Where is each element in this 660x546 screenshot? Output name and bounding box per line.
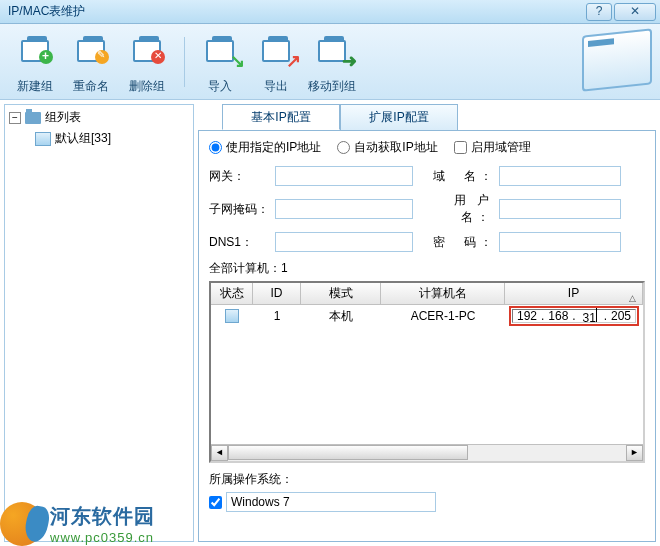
main-area: − 组列表 默认组[33] 基本IP配置 扩展IP配置 使用指定的IP地址 自动… <box>0 100 660 546</box>
col-mode[interactable]: 模式 <box>301 283 381 304</box>
delete-group-icon <box>129 40 165 76</box>
new-group-label: 新建组 <box>9 78 61 95</box>
domain-input[interactable] <box>499 166 621 186</box>
dns-label: DNS1： <box>209 234 275 251</box>
tree-collapse-icon[interactable]: − <box>9 112 21 124</box>
grid-header: 状态 ID 模式 计算机名 IP△ <box>211 283 643 305</box>
computer-icon <box>225 309 239 323</box>
scroll-track[interactable] <box>228 445 626 461</box>
export-label: 导出 <box>250 78 302 95</box>
toolbar-separator <box>184 37 185 87</box>
new-group-button[interactable]: 新建组 <box>8 29 62 95</box>
tab-extended-ip[interactable]: 扩展IP配置 <box>340 104 458 130</box>
decor-calendar-icon <box>582 28 652 91</box>
delete-group-label: 删除组 <box>121 78 173 95</box>
domain-label: 域 名： <box>433 168 493 185</box>
close-button[interactable]: ✕ <box>614 3 656 21</box>
os-label: 所属操作系统： <box>209 471 645 488</box>
grid-body[interactable]: 1 本机 ACER-1-PC 192. 168. 31. 205 <box>211 305 643 444</box>
radio-auto-obtain-input[interactable] <box>337 141 350 154</box>
table-row[interactable]: 1 本机 ACER-1-PC 192. 168. 31. 205 <box>211 305 643 327</box>
tab-bar: 基本IP配置 扩展IP配置 <box>222 104 656 130</box>
cell-computer-name: ACER-1-PC <box>381 309 505 323</box>
tab-panel-basic: 使用指定的IP地址 自动获取IP地址 启用域管理 网关： 域 名： 子网掩码： … <box>198 130 656 542</box>
col-status[interactable]: 状态 <box>211 283 253 304</box>
tab-extended-label: 扩展IP配置 <box>369 110 428 124</box>
computer-count-label: 全部计算机：1 <box>209 260 645 277</box>
computer-grid: 状态 ID 模式 计算机名 IP△ 1 本机 ACER-1-PC <box>209 281 645 463</box>
rename-icon <box>73 40 109 76</box>
ip-octet-2[interactable]: 168 <box>544 309 572 323</box>
group-icon <box>35 132 51 146</box>
tree-root-label: 组列表 <box>45 109 81 126</box>
scroll-thumb[interactable] <box>228 445 468 460</box>
import-button[interactable]: 导入 <box>193 29 247 95</box>
cell-id: 1 <box>253 309 301 323</box>
ip-octet-3[interactable]: 31 <box>576 308 604 325</box>
window-title: IP/MAC表维护 <box>4 3 584 20</box>
cell-status <box>211 309 253 323</box>
user-input[interactable] <box>499 199 621 219</box>
user-label: 用 户 名： <box>433 192 493 226</box>
col-id[interactable]: ID <box>253 283 301 304</box>
radio-use-specified-label: 使用指定的IP地址 <box>226 139 321 156</box>
move-to-group-icon <box>314 40 350 76</box>
tree-item-default-group[interactable]: 默认组[33] <box>35 130 189 147</box>
checkbox-enable-domain-label: 启用域管理 <box>471 139 531 156</box>
move-to-group-label: 移动到组 <box>306 78 358 95</box>
cell-ip[interactable]: 192. 168. 31. 205 <box>505 306 643 326</box>
new-group-icon <box>17 40 53 76</box>
radio-auto-obtain[interactable]: 自动获取IP地址 <box>337 139 437 156</box>
tab-basic-label: 基本IP配置 <box>251 110 310 124</box>
rename-button[interactable]: 重命名 <box>64 29 118 95</box>
col-ip-label: IP <box>568 286 579 300</box>
checkbox-enable-domain[interactable]: 启用域管理 <box>454 139 531 156</box>
sidebar: − 组列表 默认组[33] <box>4 104 194 542</box>
ip-octet-4[interactable]: 205 <box>607 309 635 323</box>
gateway-input[interactable] <box>275 166 413 186</box>
subnet-input[interactable] <box>275 199 413 219</box>
tree-item-label: 默认组[33] <box>55 130 111 147</box>
export-icon <box>258 40 294 76</box>
gateway-label: 网关： <box>209 168 275 185</box>
radio-use-specified[interactable]: 使用指定的IP地址 <box>209 139 321 156</box>
folder-icon <box>25 112 41 124</box>
scroll-left-button[interactable]: ◄ <box>211 445 228 461</box>
move-to-group-button[interactable]: 移动到组 <box>305 29 359 95</box>
ip-octet-1[interactable]: 192 <box>513 309 541 323</box>
rename-label: 重命名 <box>65 78 117 95</box>
help-button[interactable]: ? <box>586 3 612 21</box>
delete-group-button[interactable]: 删除组 <box>120 29 174 95</box>
titlebar: IP/MAC表维护 ? ✕ <box>0 0 660 24</box>
tab-basic-ip[interactable]: 基本IP配置 <box>222 104 340 130</box>
export-button[interactable]: 导出 <box>249 29 303 95</box>
ip-mode-radios: 使用指定的IP地址 自动获取IP地址 启用域管理 <box>209 139 645 156</box>
col-ip[interactable]: IP△ <box>505 283 643 304</box>
scroll-right-button[interactable]: ► <box>626 445 643 461</box>
os-value-input[interactable] <box>226 492 436 512</box>
os-checkbox[interactable] <box>209 496 222 509</box>
grid-horizontal-scrollbar[interactable]: ◄ ► <box>211 444 643 461</box>
cell-mode: 本机 <box>301 308 381 325</box>
tree-root[interactable]: − 组列表 <box>9 109 189 126</box>
toolbar: 新建组 重命名 删除组 导入 导出 移动到组 <box>0 24 660 100</box>
checkbox-enable-domain-input[interactable] <box>454 141 467 154</box>
radio-use-specified-input[interactable] <box>209 141 222 154</box>
subnet-label: 子网掩码： <box>209 201 275 218</box>
radio-auto-obtain-label: 自动获取IP地址 <box>354 139 437 156</box>
dns-input[interactable] <box>275 232 413 252</box>
import-icon <box>202 40 238 76</box>
password-input[interactable] <box>499 232 621 252</box>
import-label: 导入 <box>194 78 246 95</box>
password-label: 密 码： <box>433 234 493 251</box>
content-area: 基本IP配置 扩展IP配置 使用指定的IP地址 自动获取IP地址 启用域管理 网… <box>198 104 656 542</box>
col-computer-name[interactable]: 计算机名 <box>381 283 505 304</box>
ip-editor[interactable]: 192. 168. 31. 205 <box>512 309 636 323</box>
ip-editor-highlight: 192. 168. 31. 205 <box>509 306 639 326</box>
